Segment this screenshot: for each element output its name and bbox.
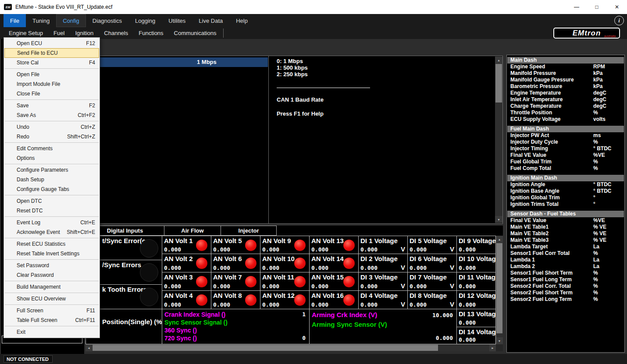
arming-cell[interactable]: Arming Crk Index (V)10.000Arming Sync Se… bbox=[310, 309, 457, 344]
dash-row-final-ve-value[interactable]: Final VE Value%VE bbox=[507, 152, 624, 159]
dash-row-throttle-position[interactable]: Throttle Position% bbox=[507, 110, 624, 116]
menu-item-configure-parameters[interactable]: Configure Parameters bbox=[4, 165, 100, 175]
menu-item-options[interactable]: Options bbox=[4, 153, 100, 163]
dash-row-main-ve-table3[interactable]: Main VE Table3% VE bbox=[507, 237, 624, 244]
dash-row-sensor1-fuel-corr-total[interactable]: Sensor1 Fuel Corr Total% bbox=[507, 250, 624, 257]
an-volt-cell[interactable]: AN Volt 20.000 bbox=[162, 254, 211, 272]
dash-row-final-ve-value[interactable]: Final VE Value%VE bbox=[507, 217, 624, 224]
menu-item-close-file[interactable]: Close File bbox=[4, 89, 100, 99]
di-volt-cell[interactable]: DI 2 Voltage0.000V bbox=[359, 254, 408, 272]
menu-file[interactable]: File bbox=[4, 14, 26, 27]
menu-item-undo[interactable]: UndoCtrl+Z bbox=[4, 122, 100, 132]
an-volt-cell[interactable]: AN Volt 90.000 bbox=[260, 236, 310, 254]
an-volt-cell[interactable]: AN Volt 70.000 bbox=[211, 272, 260, 291]
dash-row-ignition-global-trim[interactable]: Ignition Global Trim° bbox=[507, 194, 624, 201]
dash-row-inlet-air-temperature[interactable]: Inlet Air TemperaturedegC bbox=[507, 96, 624, 103]
menu-item-redo[interactable]: RedoShift+Ctrl+Z bbox=[4, 132, 100, 141]
dash-row-injector-duty-cycle[interactable]: Injector Duty Cycle% bbox=[507, 139, 624, 145]
dash-row-ecu-supply-voltage[interactable]: ECU Supply Voltagevolts bbox=[507, 116, 624, 123]
dash-row-manifold-gauge-pressure[interactable]: Manifold Gauge PressurekPa bbox=[507, 77, 624, 83]
tab-air-flow[interactable]: Air Flow bbox=[164, 226, 221, 236]
menu-tuning[interactable]: Tuning bbox=[26, 14, 56, 27]
di-volt-cell[interactable]: DI 8 Voltage0.000V bbox=[408, 291, 457, 309]
menu-item-acknowlege-event[interactable]: Acknowlege EventShift+Ctrl+E bbox=[4, 227, 100, 237]
grid-vertical-scrollbar[interactable]: ▲ ▼ bbox=[496, 236, 503, 344]
di-volt-cell[interactable]: DI 5 Voltage0.000V bbox=[408, 236, 457, 254]
menu-item-open-ecu[interactable]: Open ECUF12 bbox=[4, 39, 100, 48]
an-volt-cell[interactable]: AN Volt 120.000 bbox=[260, 291, 310, 309]
menu-logging[interactable]: Logging bbox=[128, 14, 162, 27]
menu-item-reset-dtc[interactable]: Reset DTC bbox=[4, 206, 100, 216]
dash-row-ignition-base-angle[interactable]: Ignition Base Angle° BTDC bbox=[507, 188, 624, 194]
an-volt-cell[interactable]: AN Volt 150.000 bbox=[310, 272, 359, 291]
menu-item-show-ecu-overview[interactable]: Show ECU Overview bbox=[4, 294, 100, 304]
scroll-right-icon[interactable]: ► bbox=[489, 344, 496, 351]
menu-item-reset-table-invert-settings[interactable]: Reset Table Invert Settings bbox=[4, 249, 100, 258]
di-volt-cell[interactable]: DI 3 Voltage0.000V bbox=[359, 272, 408, 291]
menu-live-data[interactable]: Live Data bbox=[192, 14, 229, 27]
info-icon[interactable]: i bbox=[614, 16, 624, 25]
menu-item-event-log[interactable]: Event LogCtrl+E bbox=[4, 218, 100, 227]
selected-param-row[interactable]: 1 Mbps bbox=[86, 57, 268, 67]
menu-diagnostics[interactable]: Diagnostics bbox=[86, 14, 128, 27]
dash-row-sensor1-fuel-long-term[interactable]: Sensor1 Fuel Long Term% bbox=[507, 276, 624, 283]
dash-row-sensor1-fuel-short-term[interactable]: Sensor1 Fuel Short Term% bbox=[507, 270, 624, 276]
scroll-thumb[interactable] bbox=[495, 64, 502, 102]
menu-utilites[interactable]: Utilites bbox=[162, 14, 192, 27]
dash-row-fuel-global-trim[interactable]: Fuel Global Trim% bbox=[507, 159, 624, 165]
dash-row-ignition-trims-total[interactable]: Ignition Trims Total° bbox=[507, 201, 624, 208]
an-volt-cell[interactable]: AN Volt 100.000 bbox=[260, 254, 310, 272]
scroll-up-icon[interactable]: ▲ bbox=[495, 57, 502, 64]
tab-injector[interactable]: Injector bbox=[221, 226, 277, 236]
scroll-thumb[interactable] bbox=[496, 243, 502, 333]
submenu-channels[interactable]: Channels bbox=[99, 27, 133, 39]
scroll-left-icon[interactable]: ◄ bbox=[86, 344, 92, 351]
menu-item-open-file[interactable]: Open File bbox=[4, 70, 100, 79]
an-volt-cell[interactable]: AN Volt 60.000 bbox=[211, 254, 260, 272]
menu-item-table-full-screen[interactable]: Table Full ScreenCtrl+F11 bbox=[4, 315, 100, 325]
an-volt-cell[interactable]: AN Volt 40.000 bbox=[162, 291, 211, 309]
menu-help[interactable]: Help bbox=[229, 14, 254, 27]
top-panel-scrollbar[interactable]: ▲ ▼ bbox=[495, 57, 502, 223]
menu-item-build-management[interactable]: Build Management bbox=[4, 282, 100, 292]
menu-item-save-as[interactable]: Save AsCtrl+F2 bbox=[4, 110, 100, 120]
trigger-signal-cell[interactable]: Crank Index Signal ()1Sync Sensor Signal… bbox=[162, 309, 310, 344]
dash-row-fuel-comp-total[interactable]: Fuel Comp Total% bbox=[507, 165, 624, 172]
dash-row-main-ve-table2[interactable]: Main VE Table2% VE bbox=[507, 230, 624, 237]
dash-row-manifold-pressure[interactable]: Manifold PressurekPa bbox=[507, 70, 624, 77]
dash-row-barometric-pressure[interactable]: Barometric PressurekPa bbox=[507, 83, 624, 90]
menu-item-edit-comments[interactable]: Edit Comments bbox=[4, 144, 100, 153]
dash-row-lambda-target[interactable]: Lambda TargetLa bbox=[507, 244, 624, 250]
maximize-icon[interactable]: □ bbox=[587, 0, 607, 14]
dash-row-injector-timing[interactable]: Injector Timing° BTDC bbox=[507, 145, 624, 152]
menu-item-reset-ecu-statistics[interactable]: Reset ECU Statistics bbox=[4, 239, 100, 249]
menu-item-send-file-to-ecu[interactable]: Send File to ECU bbox=[4, 48, 99, 58]
an-volt-cell[interactable]: AN Volt 80.000 bbox=[211, 291, 260, 309]
close-icon[interactable]: ✕ bbox=[607, 0, 627, 14]
menu-item-save[interactable]: SaveF2 bbox=[4, 101, 100, 110]
scroll-down-icon[interactable]: ▼ bbox=[496, 337, 503, 344]
di-volt-cell[interactable]: DI 6 Voltage0.000V bbox=[408, 254, 457, 272]
dash-row-injector-pw-act[interactable]: Injector PW Actms bbox=[507, 132, 624, 139]
param-list[interactable]: 1 Mbps bbox=[86, 56, 269, 223]
an-volt-cell[interactable]: AN Volt 140.000 bbox=[310, 254, 359, 272]
menu-item-clear-password[interactable]: Clear Password bbox=[4, 270, 100, 280]
menu-item-dash-setup[interactable]: Dash Setup bbox=[4, 175, 100, 184]
di-volt-cell[interactable]: DI 7 Voltage0.000V bbox=[408, 272, 457, 291]
menu-item-exit[interactable]: Exit bbox=[4, 327, 100, 337]
menu-item-set-password[interactable]: Set Password bbox=[4, 261, 100, 270]
minimize-icon[interactable]: — bbox=[566, 0, 587, 14]
scroll-thumb[interactable] bbox=[93, 345, 438, 351]
di-volt-cell[interactable]: DI 1 Voltage0.000V bbox=[359, 236, 408, 254]
an-volt-cell[interactable]: AN Volt 10.000 bbox=[162, 236, 211, 254]
menu-item-full-screen[interactable]: Full ScreenF11 bbox=[4, 306, 100, 315]
dash-row-lambda-2[interactable]: Lambda 2La bbox=[507, 263, 624, 270]
an-volt-cell[interactable]: AN Volt 130.000 bbox=[310, 236, 359, 254]
dash-row-charge-temperature[interactable]: Charge TemperaturedegC bbox=[507, 103, 624, 110]
dash-row-engine-speed[interactable]: Engine SpeedRPM bbox=[507, 64, 624, 70]
menu-item-import-module-file[interactable]: Import Module File bbox=[4, 79, 100, 89]
dash-row-sensor2-fuel-corr-total[interactable]: Sensor2 Fuel Corr. Total% bbox=[507, 283, 624, 290]
dash-row-main-ve-table1[interactable]: Main VE Table1% VE bbox=[507, 224, 624, 230]
submenu-functions[interactable]: Functions bbox=[133, 27, 168, 39]
dash-row-ignition-angle[interactable]: Ignition Angle° BTDC bbox=[507, 181, 624, 188]
